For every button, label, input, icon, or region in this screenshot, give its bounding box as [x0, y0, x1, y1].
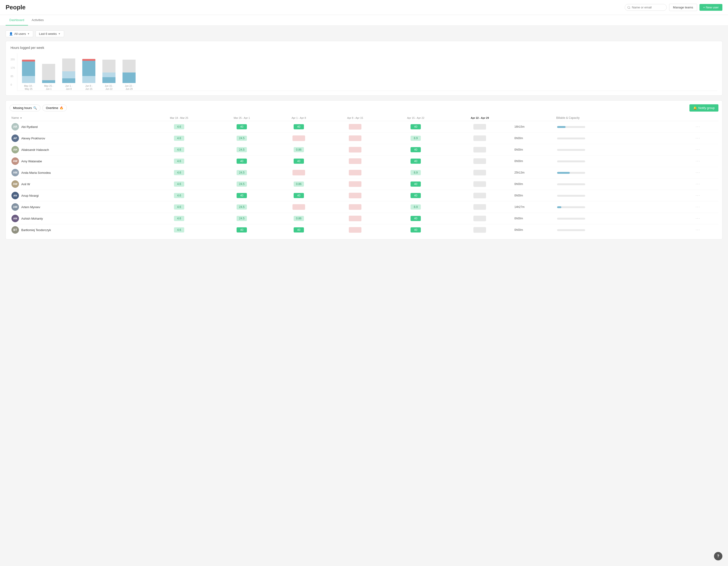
hour-cell-col4	[326, 121, 384, 133]
bar-blue-1	[22, 61, 35, 76]
chart-card: Hours logged per week 0 85 170 255 May	[6, 41, 722, 96]
hour-cell-col1: 4.6	[146, 121, 212, 133]
progress-bar	[557, 218, 585, 219]
logged-cell: 0h00m	[512, 224, 554, 236]
header: People Manage teams New user	[0, 0, 728, 15]
fire-icon: 🔥	[60, 106, 63, 110]
bar-red-4	[82, 59, 95, 61]
bar-label-6: Jun 22 -Jun 29	[125, 84, 133, 90]
table-section: Missing hours 🔍 Overtime 🔥 🔔 Notify grou…	[6, 100, 722, 239]
hour-cell-col1: 4.6	[146, 178, 212, 190]
more-icon[interactable]: ···	[696, 136, 700, 140]
hour-cell-col6	[447, 155, 512, 167]
overtime-filter[interactable]: Overtime 🔥	[42, 104, 67, 111]
table-row: AW Anil W 4.624.50.86 40 0h00m ···	[10, 178, 718, 190]
missing-hours-filter[interactable]: Missing hours 🔍	[10, 104, 40, 111]
more-icon[interactable]: ···	[696, 216, 700, 220]
hour-cell-col1: 4.6	[146, 201, 212, 213]
table-row: AM Artem Myreev 4.624.5 8.9 14h27m ···	[10, 201, 718, 213]
progress-fill	[557, 206, 561, 208]
more-icon[interactable]: ···	[696, 182, 700, 186]
hour-cell-col6	[447, 201, 512, 213]
avatar-initials: AN	[11, 192, 19, 199]
header-right: Manage teams New user	[625, 4, 722, 11]
more-actions[interactable]: ···	[694, 178, 718, 190]
col-name-header[interactable]: Name ▼	[10, 115, 146, 121]
table-row: AR Abi Rydland 4.64040 40 16h15m ···	[10, 121, 718, 133]
manage-teams-button[interactable]: Manage teams	[669, 4, 697, 11]
logged-header	[512, 115, 554, 121]
hour-cell-col3: 40	[272, 190, 326, 201]
hour-cell-col3: 0.86	[272, 144, 326, 155]
more-icon[interactable]: ···	[696, 170, 700, 174]
hour-cell-col2: 24.5	[212, 144, 272, 155]
users-icon: 👤	[9, 32, 13, 36]
user-cell: AR Abi Rydland	[10, 121, 146, 133]
more-actions[interactable]: ···	[694, 155, 718, 167]
logged-cell: 25h13m	[512, 167, 554, 178]
bar-label-5: Jun 15 -Jun 22	[105, 84, 113, 90]
tab-activities[interactable]: Activities	[28, 15, 47, 25]
hour-cell-col3: 0.86	[272, 213, 326, 224]
more-actions[interactable]: ···	[694, 133, 718, 144]
progress-bar	[557, 137, 585, 139]
more-icon[interactable]: ···	[696, 125, 700, 129]
table-row: AN Anup Nivargi 4.64040 40 0h00m ···	[10, 190, 718, 201]
new-user-button[interactable]: New user	[699, 4, 722, 11]
user-cell: AM Ashish Mohanty	[10, 213, 146, 224]
bar-gray-5	[102, 60, 115, 72]
missing-hours-label: Missing hours	[13, 106, 32, 110]
hour-cell-col2: 24.5	[212, 133, 272, 144]
bar-2: May 25 -Jun 1	[42, 55, 55, 90]
more-icon[interactable]: ···	[696, 193, 700, 197]
hour-cell-col4	[326, 224, 384, 236]
more-actions[interactable]: ···	[694, 121, 718, 133]
progress-cell	[554, 178, 694, 190]
period-filter[interactable]: Last 6 weeks ▼	[36, 30, 64, 37]
table-row: BT Bartłomiej Teodorczyk 4.64040 40 0h00…	[10, 224, 718, 236]
table-actions: Missing hours 🔍 Overtime 🔥 🔔 Notify grou…	[10, 104, 718, 111]
progress-bar	[557, 229, 585, 231]
notify-group-button[interactable]: 🔔 Notify group	[689, 104, 718, 111]
more-actions[interactable]: ···	[694, 167, 718, 178]
hour-cell-col6	[447, 178, 512, 190]
col5-header: Apr 15 - Apr 22	[384, 115, 447, 121]
y-label-255: 255	[11, 58, 15, 61]
table-row: AP Alexey Prokhorov 4.624.5 8.9 0h00m ··…	[10, 133, 718, 144]
bar-blue-3	[62, 78, 75, 83]
hour-cell-col4	[326, 133, 384, 144]
logged-cell: 0h00m	[512, 178, 554, 190]
hour-cell-col5: 40	[384, 178, 447, 190]
progress-cell	[554, 121, 694, 133]
user-name: Artem Myreev	[21, 205, 40, 209]
hour-cell-col4	[326, 144, 384, 155]
hour-cell-col2: 24.5	[212, 213, 272, 224]
more-icon[interactable]: ···	[696, 147, 700, 151]
user-name: Anup Nivargi	[21, 194, 39, 197]
tab-dashboard[interactable]: Dashboard	[6, 15, 28, 25]
progress-cell	[554, 213, 694, 224]
bar-light-4	[82, 76, 95, 83]
bar-blue-2	[42, 80, 55, 83]
more-actions[interactable]: ···	[694, 144, 718, 155]
user-cell: BT Bartłomiej Teodorczyk	[10, 224, 146, 236]
more-icon[interactable]: ···	[696, 159, 700, 163]
bar-light-5	[102, 72, 115, 77]
bar-gray-3	[62, 58, 75, 71]
user-name: Amy Watanabe	[21, 159, 42, 163]
hour-cell-col1: 4.6	[146, 133, 212, 144]
all-users-filter[interactable]: 👤 All users ▼	[6, 30, 33, 37]
actions-header	[694, 115, 718, 121]
more-actions[interactable]: ···	[694, 224, 718, 236]
more-actions[interactable]: ···	[694, 213, 718, 224]
more-actions[interactable]: ···	[694, 190, 718, 201]
more-actions[interactable]: ···	[694, 201, 718, 213]
hour-cell-col5: 8.9	[384, 167, 447, 178]
notify-label: Notify group	[698, 106, 715, 110]
more-icon[interactable]: ···	[696, 205, 700, 209]
user-cell: AW Anil W	[10, 178, 146, 190]
user-cell: AW Amy Watanabe	[10, 155, 146, 167]
more-icon[interactable]: ···	[696, 228, 700, 232]
search-input[interactable]	[625, 4, 667, 11]
hour-cell-col4	[326, 213, 384, 224]
